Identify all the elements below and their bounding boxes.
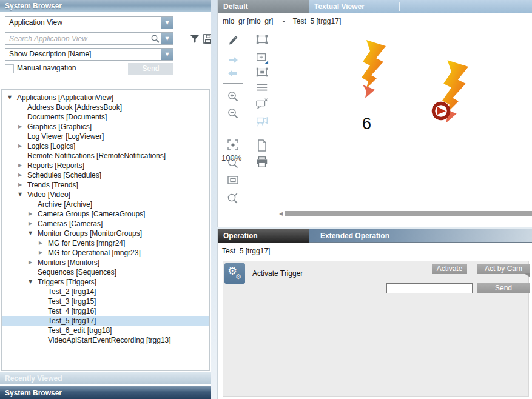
tree-item[interactable]: ▶Camera Groups [CameraGroups] (2, 209, 209, 219)
expand-arrow-icon[interactable]: ▶ (18, 142, 22, 150)
expand-arrow-icon[interactable]: ▶ (29, 259, 32, 266)
tree-item-label: MG for Operational [mngr23] (2, 248, 209, 258)
tree-item[interactable]: ▼Monitor Groups [MonitorGroups] (2, 229, 209, 238)
tree-item[interactable]: Test_2 [trgg14] (2, 287, 209, 297)
filter-funnel-icon[interactable] (189, 33, 200, 44)
tree-item-label: Applications [ApplicationView] (2, 93, 209, 102)
tree-item-label: Schedules [Schedules] (2, 170, 209, 180)
expand-arrow-icon[interactable]: ▶ (18, 172, 22, 179)
tree-item[interactable]: ▶Schedules [Schedules] (2, 170, 209, 180)
tree-item-label: Monitors [Monitors] (2, 258, 209, 267)
tree-item-label: MG for Events [mngr24] (2, 238, 209, 248)
breadcrumb-graphic-name[interactable]: mio_gr [mio_gr] (223, 17, 273, 25)
system-browser-bar[interactable]: System Browser (0, 386, 211, 399)
tree-item-label: Logics [Logics] (2, 141, 209, 151)
act-by-cam-button[interactable]: Act by Cam (477, 264, 530, 274)
tree-item-label: Camera Groups [CameraGroups] (2, 209, 209, 219)
expand-arrow-icon[interactable]: ▶ (18, 123, 22, 130)
command-input[interactable] (386, 283, 473, 293)
expand-arrow-icon[interactable]: ▶ (39, 240, 42, 247)
video-management-app: { "left_panel": { "header": "System Brow… (0, 0, 532, 399)
zoom-in-icon[interactable] (226, 90, 240, 103)
expand-arrow-icon[interactable]: ▶ (29, 210, 32, 218)
tree-item[interactable]: ▶MG for Events [mngr24] (2, 238, 209, 248)
tab-separator (399, 2, 400, 11)
tree-item[interactable]: ▶Trends [Trends] (2, 180, 209, 190)
recently-viewed-bar[interactable]: Recently Viewed (0, 372, 211, 384)
edit-pen-icon[interactable] (226, 33, 240, 46)
magnifier-icon[interactable] (226, 156, 240, 170)
tree-item[interactable]: ▼Video [Video] (2, 190, 209, 200)
description-mode-dropdown[interactable]: Show Description [Name] ▼ (5, 48, 173, 61)
expand-arrow-icon[interactable]: ▶ (18, 162, 22, 169)
scrollbar-thumb[interactable] (285, 211, 532, 216)
manual-navigation-checkbox[interactable] (5, 64, 14, 73)
tree-item[interactable]: ▼Triggers [Triggers] (2, 277, 209, 287)
back-arrow-icon[interactable] (226, 67, 240, 80)
activation-badge-icon (431, 101, 451, 121)
collapse-arrow-icon[interactable]: ▼ (18, 191, 22, 198)
panel-splitter[interactable] (211, 0, 217, 399)
zoom-out-icon[interactable] (226, 107, 240, 120)
tree-item-label: Reports [Reports] (2, 161, 209, 170)
send-button[interactable]: Send (477, 283, 530, 293)
collapse-arrow-icon[interactable]: ▼ (29, 230, 32, 237)
tree-item[interactable]: Test_3 [trgg15] (2, 297, 209, 306)
collapse-arrow-icon[interactable]: ▼ (8, 94, 12, 101)
tab-textual-viewer[interactable]: Textual Viewer (309, 0, 399, 13)
print-icon[interactable] (255, 155, 269, 169)
tree-item[interactable]: ▶Reports [Reports] (2, 161, 209, 170)
chevron-down-icon[interactable]: ▼ (161, 49, 173, 60)
collapse-arrow-icon[interactable]: ▼ (29, 278, 32, 286)
forward-arrow-icon[interactable] (226, 53, 240, 67)
scroll-left-icon[interactable]: ◀ (277, 210, 285, 217)
tree-item[interactable]: ▶Graphics [Graphics] (2, 122, 209, 132)
tree-item[interactable]: Test_4 [trgg16] (2, 306, 209, 316)
activate-button[interactable]: Activate (432, 264, 467, 274)
tree-item[interactable]: Sequences [Sequences] (2, 267, 209, 277)
selection-frame-icon[interactable] (255, 33, 269, 46)
tree-item[interactable]: Documents [Documents] (2, 112, 209, 122)
graphics-canvas[interactable]: 6 (277, 30, 532, 210)
tree-item[interactable]: VideoApiStartEventRecording [trgg13] (2, 335, 209, 345)
expand-arrow-icon[interactable]: ▶ (29, 220, 32, 227)
tab-default[interactable]: Default (218, 0, 309, 13)
manual-navigation-label: Manual navigation (17, 64, 76, 72)
tree-item[interactable]: Test_5 [trgg17] (2, 316, 209, 326)
tree-item[interactable]: ▼Applications [ApplicationView] (2, 93, 209, 102)
pan-frame-icon[interactable] (255, 65, 269, 79)
expand-arrow-icon[interactable]: ▶ (18, 181, 22, 189)
view-selector-dropdown[interactable]: Application View ▼ (5, 16, 173, 29)
tree-item[interactable]: Archive [Archive] (2, 200, 209, 209)
view-selector-value: Application View (5, 17, 161, 29)
tree-item[interactable]: ▶Cameras [Cameras] (2, 219, 209, 229)
search-icon[interactable] (150, 34, 161, 44)
tree-item[interactable]: ▶MG for Operational [mngr23] (2, 248, 209, 258)
tree-item[interactable]: ▶Monitors [Monitors] (2, 258, 209, 267)
tree-item[interactable]: Remote Notifications [RemoteNotification… (2, 151, 209, 161)
tree-item-label: Triggers [Triggers] (2, 277, 209, 287)
expand-arrow-icon[interactable]: ▶ (39, 249, 42, 256)
center-view-icon[interactable] (226, 138, 240, 152)
tree-item[interactable]: Address Book [AddressBook] (2, 102, 209, 112)
breadcrumb-object-name[interactable]: Test_5 [trgg17] (293, 17, 341, 25)
chevron-down-icon[interactable]: ▼ (161, 33, 173, 44)
navigation-send-button[interactable]: Send (128, 63, 173, 75)
search-input[interactable] (5, 33, 150, 44)
page-icon[interactable] (255, 139, 269, 152)
zoom-check-icon[interactable] (226, 192, 240, 205)
tree-item[interactable]: Test_6_edit [trgg18] (2, 326, 209, 335)
command-group: ⚙ ⚙ Activate Trigger Activate Act by Cam… (223, 261, 529, 397)
tab-extended-operation[interactable]: Extended Operation (315, 229, 436, 243)
chevron-down-icon[interactable]: ▼ (161, 17, 173, 29)
tree-item[interactable]: Log Viewer [LogViewer] (2, 132, 209, 141)
application-tree: ▼Applications [ApplicationView]Address B… (1, 89, 210, 370)
layers-list-icon[interactable] (255, 81, 269, 94)
camera-icon[interactable] (255, 115, 269, 128)
search-field[interactable]: ▼ (5, 32, 173, 45)
actual-size-icon[interactable] (226, 173, 240, 187)
remove-callout-icon[interactable] (255, 97, 269, 110)
zoom-to-area-icon[interactable] (255, 52, 269, 65)
tree-item[interactable]: ▶Logics [Logics] (2, 141, 209, 151)
tab-operation[interactable]: Operation (218, 229, 309, 243)
